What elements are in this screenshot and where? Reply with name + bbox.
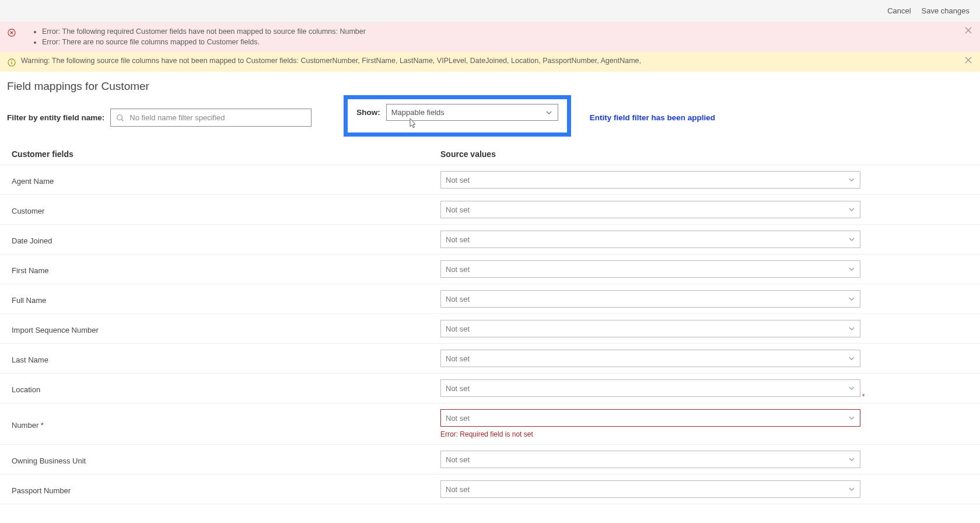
chevron-down-icon — [849, 238, 855, 241]
field-label: Last Name — [12, 353, 440, 364]
chevron-down-icon — [849, 178, 855, 182]
filter-status-message: Entity field filter has been applied — [590, 113, 715, 122]
chevron-down-icon — [849, 208, 855, 211]
dropdown-value: Not set — [446, 265, 470, 274]
field-label: Owning Business Unit — [12, 454, 440, 465]
value-wrap: Not set*Error: Required field is not set — [440, 409, 968, 438]
field-label: Location — [12, 383, 440, 394]
field-label: Import Sequence Number — [12, 323, 440, 334]
dropdown-value: Not set — [446, 354, 470, 363]
source-value-dropdown[interactable]: Not set — [440, 231, 860, 248]
value-wrap: Not set — [440, 480, 968, 498]
error-list: Error: The following required Customer f… — [21, 27, 366, 47]
source-value-dropdown[interactable]: Not set — [440, 451, 860, 468]
mapping-row: Date JoinedNot set — [0, 225, 980, 254]
dropdown-value: Not set — [446, 455, 470, 464]
chevron-down-icon — [849, 267, 855, 271]
source-value-dropdown[interactable]: Not set — [440, 201, 860, 218]
value-wrap: Not set — [440, 451, 968, 468]
value-wrap: Not set — [440, 320, 968, 337]
column-header-source-values: Source values — [440, 149, 968, 159]
dropdown-value: Not set — [446, 325, 470, 333]
dropdown-value: Not set — [446, 176, 470, 184]
mapping-row: Full NameNot set — [0, 284, 980, 314]
action-bar: Cancel Save changes — [0, 0, 980, 22]
svg-point-10 — [117, 114, 123, 120]
filter-row: Filter by entity field name: Show: Mappa… — [0, 99, 980, 147]
dropdown-value: Not set — [446, 235, 470, 244]
source-value-dropdown[interactable]: Not set — [440, 290, 860, 308]
mapping-row: LocationNot set — [0, 374, 980, 403]
svg-line-11 — [122, 119, 124, 121]
mapping-row: Agent NameNot set — [0, 165, 980, 195]
highlight-box: Show: Mappable fields — [344, 95, 571, 137]
value-wrap: Not set — [440, 231, 968, 248]
field-label: Number * — [12, 419, 440, 430]
mapping-row: Passport NumberNot set — [0, 475, 980, 504]
error-icon — [7, 28, 16, 37]
info-icon — [7, 58, 16, 67]
chevron-down-icon — [849, 458, 855, 461]
dropdown-value: Not set — [446, 384, 470, 393]
show-dropdown-value: Mappable fields — [391, 108, 444, 117]
cancel-button[interactable]: Cancel — [887, 6, 911, 15]
mapping-row: First NameNot set — [0, 254, 980, 284]
chevron-down-icon — [849, 386, 855, 390]
value-wrap: Not set — [440, 350, 968, 367]
chevron-down-icon — [849, 416, 855, 420]
field-label: First Name — [12, 264, 440, 275]
source-value-dropdown[interactable]: Not set — [440, 350, 860, 367]
close-icon[interactable] — [965, 27, 972, 34]
chevron-down-icon — [849, 297, 855, 301]
field-label: Customer — [12, 204, 440, 215]
filter-input[interactable] — [110, 109, 312, 127]
table-header: Customer fields Source values — [0, 147, 980, 165]
source-value-dropdown[interactable]: Not set — [440, 171, 860, 189]
field-label: Full Name — [12, 294, 440, 305]
mapping-row: Import Sequence NumberNot set — [0, 314, 980, 344]
warning-text: Warning: The following source file colum… — [21, 57, 641, 65]
value-wrap: Not set — [440, 260, 968, 278]
mapping-row: CustomerNot set — [0, 195, 980, 225]
value-wrap: Not set — [440, 201, 968, 218]
dropdown-value: Not set — [446, 485, 470, 494]
save-changes-button[interactable]: Save changes — [922, 6, 970, 15]
svg-point-6 — [11, 61, 12, 62]
value-wrap: Not set — [440, 290, 968, 308]
mapping-row: Owning Business UnitNot set — [0, 445, 980, 475]
chevron-down-icon — [849, 487, 855, 491]
mapping-row: Last NameNot set — [0, 344, 980, 374]
required-asterisk: * — [862, 393, 864, 400]
value-wrap: Not set — [440, 171, 968, 189]
field-label: Date Joined — [12, 234, 440, 245]
error-item: Error: The following required Customer f… — [42, 27, 366, 37]
chevron-down-icon — [849, 357, 855, 360]
column-header-customer-fields: Customer fields — [12, 149, 440, 159]
warning-banner: Warning: The following source file colum… — [0, 52, 980, 72]
source-value-dropdown[interactable]: Not set — [440, 409, 860, 427]
value-wrap: Not set — [440, 379, 968, 397]
source-value-dropdown[interactable]: Not set — [440, 260, 860, 278]
field-label: Agent Name — [12, 175, 440, 186]
search-icon — [116, 114, 124, 122]
close-icon[interactable] — [965, 57, 972, 64]
field-error-text: Error: Required field is not set — [440, 430, 968, 438]
chevron-down-icon — [546, 111, 552, 114]
dropdown-value: Not set — [446, 205, 470, 214]
filter-label: Filter by entity field name: — [7, 113, 104, 122]
error-item: Error: There are no source file columns … — [42, 37, 366, 48]
source-value-dropdown[interactable]: Not set — [440, 379, 860, 397]
show-dropdown[interactable]: Mappable fields — [386, 104, 558, 121]
chevron-down-icon — [849, 327, 855, 330]
error-banner: Error: The following required Customer f… — [0, 22, 980, 52]
show-label: Show: — [356, 108, 380, 117]
source-value-dropdown[interactable]: Not set — [440, 320, 860, 337]
search-wrap — [110, 109, 312, 127]
mapping-row: Number *Not set*Error: Required field is… — [0, 403, 980, 445]
dropdown-value: Not set — [446, 414, 470, 423]
dropdown-value: Not set — [446, 295, 470, 304]
mapping-rows: Agent NameNot setCustomerNot setDate Joi… — [0, 165, 980, 504]
source-value-dropdown[interactable]: Not set — [440, 480, 860, 498]
field-label: Passport Number — [12, 484, 440, 495]
